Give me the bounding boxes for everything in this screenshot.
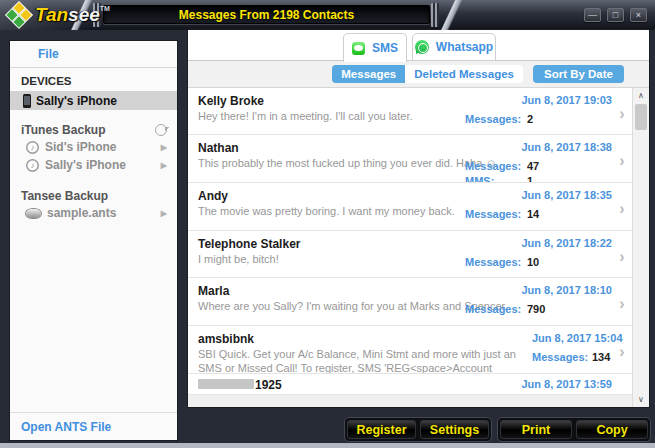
conversation-list: Kelly Broke Hey there! I'm in a meeting.… (188, 88, 649, 407)
conversation-date: Jun 8, 2017 18:22 (465, 236, 612, 251)
file-menu[interactable]: File (38, 47, 59, 61)
conversation-date: Jun 8, 2017 18:38 (465, 140, 612, 155)
tansee-backup-header: Tansee Backup (10, 188, 177, 204)
message-count: Messages: 134 (532, 350, 612, 364)
footer-button-group-left: Register Settings (344, 417, 492, 442)
scrollbar[interactable]: ∧ ∨ (632, 88, 649, 407)
message-count: Messages: 790 (465, 302, 612, 316)
scroll-up-button[interactable]: ∧ (633, 88, 649, 103)
close-button[interactable]: × (630, 8, 647, 22)
message-preview: This probably the most fucked up thing y… (198, 156, 461, 171)
message-preview: The movie was pretty boring. I want my m… (198, 204, 461, 219)
window-title: Messages From 2198 Contacts (179, 8, 354, 22)
contact-name: Telephone Stalker (198, 236, 461, 252)
message-preview: I might be, bitch! (198, 252, 461, 267)
sidebar-footer: Open ANTS File (10, 412, 177, 440)
list-end-filler (188, 395, 632, 407)
message-count: Messages: 14 (465, 207, 612, 221)
whatsapp-icon (415, 40, 429, 54)
tab-whatsapp[interactable]: Whatsapp (412, 33, 496, 61)
sidebar-item-sample-ants[interactable]: sample.ants ▶ (10, 204, 177, 222)
conversation-row[interactable]: Marla Where are you Sally? I'm waiting f… (188, 278, 632, 326)
maximize-button[interactable]: □ (607, 8, 624, 22)
contact-name: Marla (198, 283, 461, 299)
redacted-number-prefix (198, 379, 254, 389)
sort-by-date-button[interactable]: Sort By Date (533, 65, 624, 83)
contact-name: 1925 (198, 377, 461, 393)
scrollbar-thumb[interactable] (635, 104, 647, 130)
menu-bar: File (10, 41, 177, 68)
conversation-date: Jun 8, 2017 13:59 (465, 377, 612, 392)
scroll-down-button[interactable]: ∨ (633, 392, 649, 407)
minimize-button[interactable]: — (584, 8, 601, 22)
copy-button[interactable]: Copy (576, 420, 648, 439)
expand-arrow-icon[interactable]: ▶ (161, 161, 167, 170)
register-button[interactable]: Register (347, 420, 416, 439)
itunes-icon: ♪ (26, 141, 39, 154)
disk-icon (26, 209, 41, 218)
tab-sms[interactable]: SMS (343, 33, 407, 62)
conversation-date: Jun 8, 2017 15:04 (532, 331, 612, 346)
expand-arrow-icon[interactable]: ▶ (161, 209, 167, 218)
message-count: Messages: 47 (465, 159, 612, 173)
app-window: Tansee TM Messages From 2198 Contacts — … (0, 0, 655, 448)
sidebar-item-sallys-iphone-backup[interactable]: ♪ Sally's iPhone ▶ (10, 156, 177, 174)
conversation-row[interactable]: Telephone Stalker I might be, bitch! Jun… (188, 231, 632, 278)
refresh-icon[interactable] (155, 124, 167, 136)
content-panel: SMS Whatsapp Messages Deleted Messages S… (188, 30, 649, 407)
contact-name: Kelly Broke (198, 93, 461, 109)
iphone-icon (23, 94, 31, 108)
footer-button-group-right: Print Copy (497, 417, 651, 442)
conversation-row[interactable]: Nathan This probably the most fucked up … (188, 135, 632, 183)
itunes-icon: ♪ (26, 159, 39, 172)
title-bar: Tansee TM Messages From 2198 Contacts — … (0, 0, 655, 30)
message-preview: Hey there! I'm in a meeting. I'll call y… (198, 109, 461, 124)
metal-highlight-right (440, 0, 464, 30)
conversation-row[interactable]: 1925 Jun 8, 2017 13:59 › (188, 374, 632, 395)
conversation-date: Jun 8, 2017 19:03 (465, 93, 612, 108)
sidebar-item-sids-iphone-backup[interactable]: ♪ Sid's iPhone ▶ (10, 138, 177, 156)
chevron-right-icon[interactable]: › (612, 188, 632, 230)
mms-count: MMS: 1 (465, 174, 612, 183)
sidebar: File DEVICES Sally's iPhone iTunes Backu… (10, 41, 177, 440)
conversation-row[interactable]: amsbibnk SBI Quick. Get your A/c Balance… (188, 326, 632, 374)
chevron-right-icon[interactable]: › (612, 331, 632, 373)
trademark-symbol: TM (100, 5, 110, 12)
grip-ridge-right (431, 3, 439, 27)
window-bottom-edge (0, 443, 655, 448)
sidebar-item-sallys-iphone[interactable]: Sally's iPhone (10, 91, 177, 110)
message-preview: Where are you Sally? I'm waiting for you… (198, 299, 461, 314)
messages-filter-segmented-control: Messages Deleted Messages (332, 65, 523, 83)
open-ants-file-link[interactable]: Open ANTS File (21, 420, 111, 434)
itunes-backup-header: iTunes Backup (10, 122, 177, 138)
deleted-messages-filter-button[interactable]: Deleted Messages (405, 65, 523, 83)
print-button[interactable]: Print (500, 420, 572, 439)
conversation-date: Jun 8, 2017 18:35 (465, 188, 612, 203)
tab-bar: SMS Whatsapp (188, 30, 649, 61)
contact-name: amsbibnk (198, 331, 528, 347)
settings-button[interactable]: Settings (420, 420, 489, 439)
devices-section-header: DEVICES (10, 68, 177, 91)
scrollbar-track[interactable] (633, 130, 649, 392)
sms-icon (352, 42, 365, 55)
message-count: Messages: 10 (465, 255, 612, 269)
conversation-row[interactable]: Kelly Broke Hey there! I'm in a meeting.… (188, 88, 632, 135)
message-preview: SBI Quick. Get your A/c Balance, Mini St… (198, 347, 528, 374)
message-count: Messages: 2 (465, 112, 612, 126)
tansee-logo: Tansee TM (7, 3, 110, 27)
chevron-right-icon[interactable]: › (612, 236, 632, 277)
contact-name: Andy (198, 188, 461, 204)
window-controls: — □ × (584, 8, 647, 22)
contact-name: Nathan (198, 140, 461, 156)
chevron-right-icon[interactable]: › (612, 283, 632, 325)
expand-arrow-icon[interactable]: ▶ (161, 143, 167, 152)
list-toolbar: Messages Deleted Messages Sort By Date (188, 61, 649, 88)
chevron-right-icon[interactable]: › (612, 93, 632, 134)
conversation-date: Jun 8, 2017 18:10 (465, 283, 612, 298)
conversation-row[interactable]: Andy The movie was pretty boring. I want… (188, 183, 632, 231)
brand-wordmark: Tansee (35, 3, 100, 27)
title-recess-panel: Messages From 2198 Contacts (103, 5, 430, 24)
chevron-right-icon[interactable]: › (612, 140, 632, 182)
tansee-gem-icon (7, 3, 31, 27)
messages-filter-button[interactable]: Messages (332, 65, 405, 83)
